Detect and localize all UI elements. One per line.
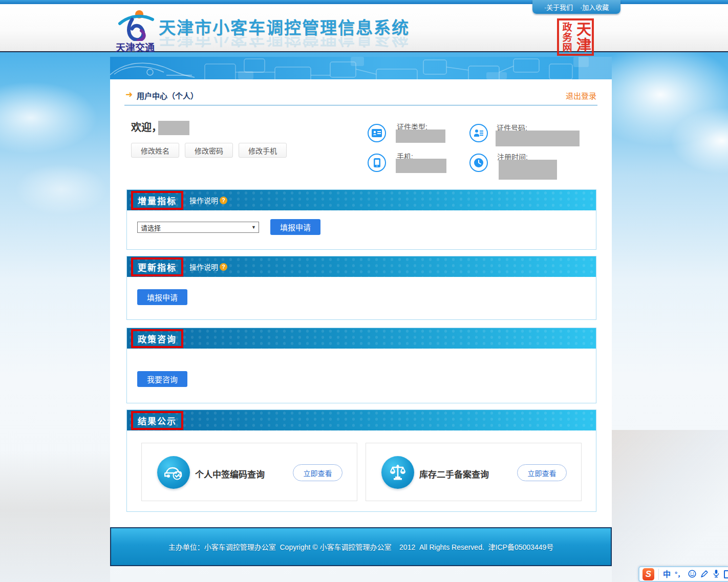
section-body: 填报申请: [127, 277, 596, 320]
breadcrumb: 用户中心（个人）: [137, 90, 198, 101]
cloud-decoration: [15, 164, 108, 215]
redacted-value: [496, 131, 580, 146]
tianjin-traffic-logo-icon: [117, 9, 155, 41]
section-policy-consult: 政策咨询 我要咨询: [126, 328, 596, 403]
section-header: 增量指标 操作说明 ?: [127, 190, 596, 210]
redacted-value: [499, 160, 557, 180]
car-check-icon: [157, 456, 190, 489]
select-value: 请选择: [141, 223, 161, 232]
site-title: 天津市小客车调控管理信息系统: [159, 14, 410, 39]
section-header: 更新指标 操作说明 ?: [127, 256, 596, 277]
quota-type-select[interactable]: 请选择 ▼: [137, 222, 259, 233]
info-item-register-time: 注册时间:: [469, 151, 577, 181]
help-link[interactable]: 操作说明 ?: [189, 262, 227, 272]
toolbar-divider: [658, 569, 659, 580]
welcome-label: 欢迎，: [131, 120, 162, 135]
arrow-icon: ➜: [125, 89, 133, 100]
modify-name-button[interactable]: 修改姓名: [131, 143, 179, 158]
page-footer: 主办单位：小客车调控管理办公室 Copyright © 小客车调控管理办公室 2…: [110, 527, 612, 566]
divider: [124, 105, 597, 105]
logout-link[interactable]: 退出登录: [566, 90, 596, 101]
cloud-decoration: [0, 82, 97, 154]
ime-toolbar: S 中 °，: [638, 566, 728, 582]
info-item-phone: 手机:: [368, 151, 475, 181]
card-title: 库存二手备案查询: [419, 467, 489, 480]
section-title-highlight: 更新指标: [131, 257, 183, 276]
lottery-result-card: 个人中签编码查询 立即查看: [141, 443, 357, 501]
question-mark-icon: ?: [220, 197, 227, 204]
cloud-decoration: [671, 107, 728, 174]
redacted-username: [158, 121, 189, 135]
main-content: ➜ 用户中心（个人） 退出登录 欢迎， 修改姓名 修改密码 修改手机 证件类型:…: [110, 79, 612, 527]
help-label: 操作说明: [189, 262, 218, 272]
section-title-highlight: 结果公示: [131, 411, 183, 430]
footer-text: 主办单位：小客车调控管理办公室 Copyright © 小客车调控管理办公室 2…: [168, 542, 554, 552]
view-secondhand-record-button[interactable]: 立即查看: [517, 464, 567, 481]
section-body: 个人中签编码查询 立即查看 库存二手备案查询 立即查看: [127, 430, 596, 512]
question-mark-icon: ?: [220, 263, 227, 271]
scales-icon: [381, 456, 414, 489]
id-card-icon: [368, 124, 386, 142]
secondhand-record-card: 库存二手备案查询 立即查看: [366, 443, 582, 501]
clock-icon: [469, 154, 488, 172]
modify-password-button[interactable]: 修改密码: [185, 143, 233, 158]
person-list-icon: [469, 124, 488, 142]
ime-chinese-mode-button[interactable]: 中: [663, 570, 671, 578]
section-increment-quota: 增量指标 操作说明 ? 请选择 ▼ 填报申请: [126, 189, 596, 250]
ime-punctuation-button[interactable]: °，: [675, 571, 684, 577]
site-title-reflection: 天津市小客车调控管理信息系统: [159, 37, 410, 52]
redacted-value: [396, 159, 446, 173]
consult-button[interactable]: 我要咨询: [137, 371, 187, 387]
redacted-value: [396, 130, 445, 143]
ime-emoji-button[interactable]: [688, 570, 696, 579]
section-title-highlight: 增量指标: [131, 191, 183, 210]
ime-handwriting-pencil-icon[interactable]: [700, 570, 709, 579]
city-scenery: [0, 450, 110, 582]
section-title-highlight: 政策咨询: [131, 329, 183, 348]
apply-increment-button[interactable]: 填报申请: [270, 219, 320, 235]
about-us-link[interactable]: ·关于我们: [544, 2, 573, 12]
tianjin-gov-seal: 天津 政务网: [557, 18, 594, 56]
seal-text-left: 政务网: [562, 22, 571, 53]
phone-icon: [368, 154, 386, 172]
page: 天津交通 天津市小客车调控管理信息系统 天津市小客车调控管理信息系统 天津 政务…: [0, 0, 728, 582]
section-renewal-quota: 更新指标 操作说明 ? 填报申请: [126, 256, 596, 320]
view-lottery-result-button[interactable]: 立即查看: [293, 464, 342, 481]
chevron-down-icon: ▼: [251, 225, 256, 230]
info-item-id-number: 证件号码:: [469, 121, 577, 151]
tech-banner: [110, 57, 612, 79]
top-links-tab: ·关于我们 ·加入收藏: [532, 0, 620, 14]
logo-text: 天津交通: [112, 40, 159, 54]
ime-keyboard-icon[interactable]: [724, 570, 728, 578]
info-item-id-type: 证件类型:: [368, 121, 475, 151]
section-body: 请选择 ▼ 填报申请: [127, 210, 596, 250]
breadcrumb-row: ➜ 用户中心（个人） 退出登录: [124, 89, 597, 102]
section-header: 政策咨询: [127, 328, 596, 349]
sogou-logo-icon[interactable]: S: [643, 568, 654, 580]
add-favorite-link[interactable]: ·加入收藏: [580, 2, 609, 12]
help-link[interactable]: 操作说明 ?: [189, 195, 227, 205]
banner-pattern: [110, 57, 612, 79]
section-body: 我要咨询: [127, 349, 596, 404]
help-label: 操作说明: [189, 195, 218, 205]
modify-phone-button[interactable]: 修改手机: [239, 143, 287, 158]
ime-microphone-icon[interactable]: [713, 569, 720, 579]
card-title: 个人中签编码查询: [195, 467, 265, 480]
city-scenery: [612, 430, 728, 582]
seal-text-right: 天津: [575, 21, 590, 53]
apply-renewal-button[interactable]: 填报申请: [137, 289, 187, 305]
section-results: 结果公示 个人中签编码查询 立即查看 库存二手备案查询 立即查看: [126, 409, 596, 512]
section-header: 结果公示: [127, 410, 596, 430]
